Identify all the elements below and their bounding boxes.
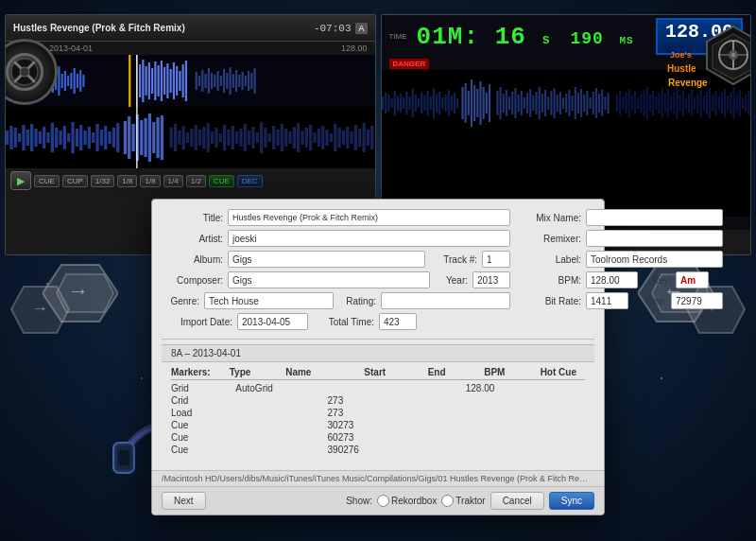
svg-rect-103 bbox=[144, 118, 146, 157]
track-input[interactable] bbox=[482, 251, 510, 268]
m1-start bbox=[328, 383, 383, 393]
traktor-radio-input[interactable] bbox=[441, 495, 454, 507]
svg-rect-244 bbox=[616, 95, 618, 112]
svg-rect-95 bbox=[108, 131, 111, 144]
artist-input[interactable] bbox=[228, 230, 510, 247]
next-button[interactable]: Next bbox=[162, 492, 206, 510]
col-bpm: BPM bbox=[484, 367, 521, 377]
left-play-button[interactable]: ▶ bbox=[10, 171, 31, 190]
svg-rect-207 bbox=[499, 87, 501, 119]
left-cue2-button[interactable]: CUE bbox=[209, 175, 234, 187]
size-input[interactable] bbox=[671, 292, 723, 309]
bpm-key-row: BPM: Key: bbox=[520, 271, 723, 288]
label-input[interactable] bbox=[586, 251, 723, 268]
svg-rect-234 bbox=[580, 89, 582, 117]
svg-rect-77 bbox=[34, 129, 37, 147]
svg-rect-253 bbox=[643, 90, 644, 116]
svg-rect-80 bbox=[46, 132, 49, 143]
svg-rect-205 bbox=[488, 84, 490, 122]
form-divider-1 bbox=[162, 339, 594, 340]
markers-header: Markers: Type Name Start End BPM Hot Cue bbox=[171, 367, 585, 380]
modal-form: Title: Artist: Album: Track #: Com bbox=[152, 200, 604, 470]
left-rate3[interactable]: 1/8 bbox=[140, 175, 160, 187]
svg-rect-194 bbox=[453, 93, 455, 113]
svg-rect-65 bbox=[248, 71, 249, 91]
left-rate5[interactable]: 1/2 bbox=[186, 175, 206, 187]
bpm-label: BPM: bbox=[520, 275, 581, 286]
m2-start: 273 bbox=[328, 395, 383, 406]
svg-text:Hustle: Hustle bbox=[667, 63, 696, 74]
svg-rect-212 bbox=[514, 88, 516, 118]
svg-rect-195 bbox=[456, 98, 458, 108]
svg-rect-29 bbox=[79, 70, 81, 92]
genre-row: Genre: Rating: bbox=[162, 292, 510, 309]
sync-button[interactable]: Sync bbox=[549, 492, 594, 510]
rating-input[interactable] bbox=[381, 292, 510, 309]
rekordbox-radio[interactable]: Rekordbox bbox=[377, 495, 437, 507]
modal-form-body: Title: Artist: Album: Track #: Com bbox=[162, 209, 594, 334]
svg-rect-157 bbox=[370, 126, 373, 149]
svg-rect-119 bbox=[215, 128, 217, 148]
svg-rect-150 bbox=[342, 131, 345, 145]
svg-rect-133 bbox=[272, 126, 275, 149]
cancel-button[interactable]: Cancel bbox=[490, 492, 544, 510]
left-cue-button[interactable]: CUE bbox=[34, 175, 60, 187]
rekordbox-radio-input[interactable] bbox=[377, 495, 389, 507]
bitrate-size-row: Bit Rate: Size: bbox=[520, 292, 723, 309]
mixname-input[interactable] bbox=[586, 209, 723, 226]
m3-start: 273 bbox=[328, 408, 383, 418]
m2-bpm bbox=[466, 395, 511, 406]
svg-rect-200 bbox=[473, 85, 475, 121]
svg-rect-120 bbox=[219, 133, 222, 142]
svg-rect-75 bbox=[26, 130, 29, 146]
svg-rect-30 bbox=[82, 75, 84, 87]
show-label: Show: bbox=[346, 496, 372, 506]
svg-rect-85 bbox=[67, 133, 70, 142]
year-input[interactable] bbox=[472, 271, 510, 288]
left-rate2[interactable]: 1/8 bbox=[117, 175, 137, 187]
m6-bpm bbox=[466, 445, 511, 455]
svg-rect-79 bbox=[43, 127, 45, 148]
m6-type: Cue bbox=[171, 445, 216, 455]
svg-rect-231 bbox=[571, 96, 573, 111]
svg-rect-240 bbox=[598, 94, 600, 113]
remixer-input[interactable] bbox=[586, 230, 723, 247]
left-cup-button[interactable]: CUP bbox=[62, 175, 88, 187]
genre-input[interactable] bbox=[204, 292, 334, 309]
svg-text:→: → bbox=[68, 279, 89, 303]
composer-input[interactable] bbox=[228, 271, 430, 288]
svg-rect-301 bbox=[118, 450, 129, 465]
total-time-input[interactable] bbox=[379, 313, 417, 330]
title-input[interactable] bbox=[228, 209, 510, 226]
svg-rect-116 bbox=[202, 127, 205, 148]
m4-name bbox=[235, 420, 308, 430]
svg-rect-220 bbox=[538, 87, 540, 119]
m5-hotcue bbox=[530, 432, 585, 443]
left-rate1[interactable]: 1/32 bbox=[91, 175, 115, 187]
svg-rect-81 bbox=[51, 123, 54, 152]
m1-bpm: 128.00 bbox=[466, 383, 511, 393]
bitrate-input[interactable] bbox=[586, 292, 628, 309]
svg-rect-249 bbox=[630, 96, 632, 111]
svg-rect-181 bbox=[414, 95, 416, 112]
svg-rect-148 bbox=[334, 124, 336, 151]
svg-rect-109 bbox=[174, 124, 177, 151]
svg-rect-70 bbox=[6, 131, 9, 145]
time-label: TIME bbox=[389, 32, 407, 41]
key-input[interactable] bbox=[676, 271, 709, 288]
remixer-row: Remixer: bbox=[520, 230, 723, 247]
xone-logo-inner bbox=[6, 53, 43, 91]
import-input[interactable] bbox=[237, 313, 308, 330]
bpm-input[interactable] bbox=[586, 271, 638, 288]
album-row: Album: Track #: bbox=[162, 251, 510, 268]
svg-rect-118 bbox=[211, 131, 214, 144]
marker-row-1: Grid AutoGrid 128.00 bbox=[171, 382, 585, 394]
svg-rect-59 bbox=[229, 67, 231, 95]
svg-rect-131 bbox=[264, 128, 266, 148]
left-dec-button[interactable]: DEC bbox=[237, 175, 263, 187]
m1-hotcue bbox=[530, 383, 585, 393]
svg-rect-216 bbox=[526, 93, 528, 113]
left-rate4[interactable]: 1/4 bbox=[163, 175, 183, 187]
album-input[interactable] bbox=[228, 251, 425, 268]
traktor-radio[interactable]: Traktor bbox=[441, 495, 485, 507]
